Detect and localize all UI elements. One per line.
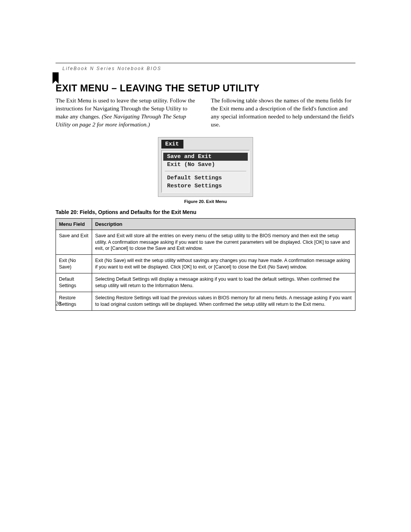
header-rule <box>56 63 355 63</box>
cell-desc: Exit (No Save) will exit the setup utili… <box>92 255 355 273</box>
bookmark-icon <box>53 72 59 81</box>
bios-item-save-and-exit: Save and Exit <box>163 153 248 161</box>
body-columns: The Exit Menu is used to leave the setup… <box>56 97 355 129</box>
table-row: Restore Settings Selecting Restore Setti… <box>56 292 355 310</box>
table-header-row: Menu Field Description <box>56 218 355 230</box>
left-column: The Exit Menu is used to leave the setup… <box>56 97 200 129</box>
bios-item-restore-settings: Restore Settings <box>162 182 249 190</box>
table-title: Table 20: Fields, Options and Defaults f… <box>56 209 355 215</box>
table-row: Exit (No Save) Exit (No Save) will exit … <box>56 255 355 273</box>
bios-figure-wrap: Exit Save and Exit Exit (No Save) Defaul… <box>56 137 355 197</box>
cell-field: Default Settings <box>56 273 92 292</box>
page-number: 20 <box>56 301 61 307</box>
right-paragraph-text: The following table shows the names of t… <box>211 97 354 128</box>
bios-divider <box>165 171 246 172</box>
th-menu-field: Menu Field <box>56 218 92 230</box>
cell-desc: Selecting Restore Settings will load the… <box>92 292 355 310</box>
table-row: Save and Exit Save and Exit will store a… <box>56 230 355 255</box>
page-title: EXIT MENU – LEAVING THE SETUP UTILITY <box>56 83 355 94</box>
cell-field: Restore Settings <box>56 292 92 310</box>
table-row: Default Settings Selecting Default Setti… <box>56 273 355 292</box>
fields-table: Menu Field Description Save and Exit Sav… <box>56 218 355 311</box>
running-head: LifeBook N Series Notebook BIOS <box>56 66 355 71</box>
bios-tab-exit: Exit <box>161 140 183 149</box>
cell-desc: Selecting Default Settings will display … <box>92 273 355 292</box>
bios-item-exit-no-save: Exit (No Save) <box>162 161 249 169</box>
th-description: Description <box>92 218 355 230</box>
cell-field: Save and Exit <box>56 230 92 255</box>
right-column: The following table shows the names of t… <box>211 97 355 129</box>
bios-screenshot: Exit Save and Exit Exit (No Save) Defaul… <box>158 137 253 197</box>
document-page: LifeBook N Series Notebook BIOS EXIT MEN… <box>0 0 411 341</box>
cell-desc: Save and Exit will store all the entries… <box>92 230 355 255</box>
cell-field: Exit (No Save) <box>56 255 92 273</box>
bios-item-default-settings: Default Settings <box>162 174 249 182</box>
figure-caption: Figure 20. Exit Menu <box>56 199 355 204</box>
bios-menu-panel: Save and Exit Exit (No Save) Default Set… <box>161 150 250 193</box>
